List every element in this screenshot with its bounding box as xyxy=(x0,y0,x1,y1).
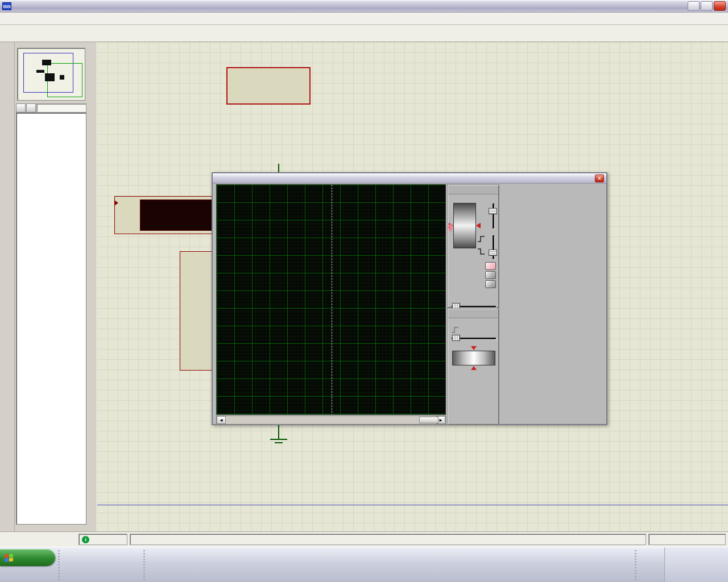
counter-display xyxy=(140,199,214,231)
trigger-nudge-arrows[interactable] xyxy=(448,220,453,235)
taskbar-separator xyxy=(58,550,60,580)
left-panel xyxy=(0,42,97,531)
oscilloscope-titlebar[interactable]: ✕ xyxy=(213,173,606,184)
message-box[interactable]: i xyxy=(78,534,127,545)
restore-button[interactable] xyxy=(701,1,713,11)
led-bargraph-body[interactable] xyxy=(226,67,311,105)
oscilloscope-scrollbar[interactable]: ◄ ► xyxy=(216,415,446,425)
trigger-edge-slider[interactable] xyxy=(489,235,498,260)
toolbar xyxy=(0,25,728,42)
horizontal-position-drum[interactable] xyxy=(452,351,495,365)
minimap-blob xyxy=(36,70,44,73)
gnd-symbol xyxy=(270,439,287,440)
sheet-border xyxy=(97,505,728,505)
trigger-coupling-slider[interactable] xyxy=(489,203,498,229)
gnd-symbol xyxy=(275,442,283,443)
horizontal-panel xyxy=(447,308,499,425)
device-list xyxy=(16,113,86,525)
taskbar xyxy=(0,547,728,582)
trigger-cursor-line xyxy=(332,185,332,415)
minimap-blob xyxy=(45,73,55,81)
status-spare-box xyxy=(648,534,726,545)
horizontal-title xyxy=(448,309,498,318)
info-icon: i xyxy=(82,536,89,543)
close-button[interactable] xyxy=(714,1,726,11)
clock-pin-icon xyxy=(114,200,121,206)
devices-header xyxy=(36,103,86,113)
menubar xyxy=(0,13,728,25)
simulation-status-box xyxy=(130,534,646,545)
horizontal-source-slider[interactable] xyxy=(451,335,497,342)
system-tray xyxy=(664,547,728,582)
cursors-button[interactable] xyxy=(485,280,496,288)
minimap-blob xyxy=(60,75,64,80)
oscilloscope-screen xyxy=(216,184,446,415)
pick-devices-button[interactable] xyxy=(16,103,26,113)
trigger-level-drum[interactable] xyxy=(453,203,476,248)
scroll-left-icon[interactable]: ◄ xyxy=(217,416,226,424)
oscilloscope-close-button[interactable]: ✕ xyxy=(595,174,604,182)
mode-toolbar xyxy=(0,42,15,531)
trigger-title xyxy=(448,185,498,194)
app-icon: ISIS xyxy=(2,2,11,10)
gnd-wire xyxy=(278,425,279,439)
oscilloscope-window[interactable]: ✕ ◄ ► xyxy=(212,172,607,425)
overview-minimap[interactable] xyxy=(17,48,85,101)
taskbar-separator xyxy=(143,550,145,580)
taskbar-separator xyxy=(635,550,636,580)
library-button[interactable] xyxy=(26,103,36,113)
windows-flag-icon xyxy=(5,554,13,562)
falling-edge-icon xyxy=(477,248,485,255)
auto-button[interactable] xyxy=(485,262,496,270)
rising-edge-icon xyxy=(477,236,485,242)
trigger-panel xyxy=(447,184,499,308)
edge-source-icon xyxy=(451,327,459,333)
status-bar: i xyxy=(0,531,728,547)
scroll-thumb[interactable] xyxy=(419,417,439,423)
language-indicator[interactable] xyxy=(642,560,656,570)
minimize-button[interactable] xyxy=(688,1,700,11)
minimap-blob xyxy=(42,60,51,65)
titlebar: ISIS xyxy=(0,0,728,13)
one-shot-button[interactable] xyxy=(485,271,496,279)
start-button[interactable] xyxy=(0,549,55,566)
